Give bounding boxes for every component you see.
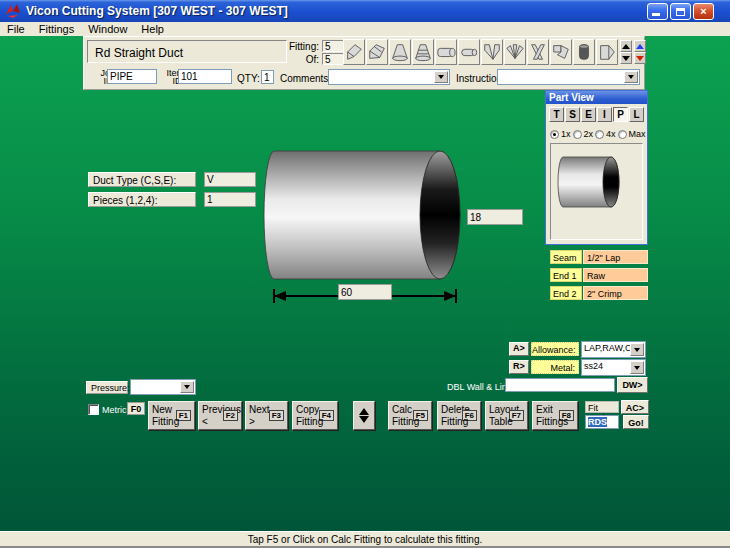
menu-help[interactable]: Help [134,23,171,35]
calc-fitting-button[interactable]: Calc F5 Fitting [388,401,432,430]
oval-duct-icon [459,41,479,63]
metal-dropdown-arrow-icon[interactable] [630,361,644,374]
fitting-spinner-up-button[interactable] [620,40,632,52]
menu-window[interactable]: Window [81,23,134,35]
diameter-field[interactable] [467,209,523,225]
allowance-dropdown-arrow-icon[interactable] [630,343,644,356]
dw-button[interactable]: DW> [617,377,648,393]
fitting-toolbar-button-two-way-branch[interactable] [481,39,503,65]
previous-button[interactable]: Previous F2 < [198,401,242,430]
view-button-t[interactable]: T [549,107,564,122]
view-button-l[interactable]: L [629,107,644,122]
scroll-fittings-button[interactable] [353,401,375,430]
fitting-toolbar-button-elbow-gore[interactable] [366,39,388,65]
diamond-up-icon [359,408,369,415]
delete-fitting-button[interactable]: Delete F6 Fitting [437,401,481,430]
previous-line2: < [202,416,208,427]
item-id-field[interactable] [178,69,232,84]
fitting-toolbar-button-square-elbow[interactable] [550,39,572,65]
zoom-4x-radio[interactable] [595,130,604,139]
delete-fitting-line2: Fitting [441,416,468,427]
zoom-1x-radio[interactable] [550,130,559,139]
end1-label: End 1 [550,268,582,282]
round-straight-duct-icon [436,41,456,63]
instructions-combo[interactable] [497,69,640,85]
status-bar: Tap F5 or Click on Calc Fitting to calcu… [0,531,730,546]
copy-fitting-button[interactable]: Copy F4 Fitting [292,401,338,430]
seam-value[interactable]: 1/2" Lap [583,250,648,264]
part-view-buttons: T S E I P L [549,107,644,122]
pressure-combo[interactable] [130,379,196,395]
menu-file[interactable]: File [0,23,32,35]
restore-button[interactable] [670,3,691,20]
view-button-s[interactable]: S [565,107,580,122]
next-button[interactable]: Next F3 > [245,401,288,430]
allowance-combo[interactable]: LAP,RAW,CRI [581,341,646,358]
pieces-label: Pieces (1,2,4): [88,192,196,207]
fitting-up-button[interactable] [634,40,646,52]
fitting-toolbar-button-oval-duct[interactable] [458,39,480,65]
zoom-4x-label: 4x [606,129,616,139]
fitting-spinner-down-button[interactable] [620,52,632,64]
copy-fitting-line2: Fitting [296,416,323,427]
menu-fittings[interactable]: Fittings [32,23,81,35]
three-way-branch-icon [505,41,525,63]
duct-type-field[interactable] [204,172,256,187]
calc-fitting-line2: Fitting [392,416,419,427]
allowance-label: Allowance: [531,342,579,356]
part-view-title[interactable]: Part View [546,91,647,104]
exit-fittings-button[interactable]: Exit F8 Fittings [532,401,578,430]
fitting-toolbar-button-cross-branch[interactable] [527,39,549,65]
qty-field[interactable] [261,70,274,84]
metric-label: Metric [102,405,127,415]
view-button-e[interactable]: E [581,107,596,122]
comments-combo[interactable] [328,69,450,85]
red-arrow-down-icon [636,56,644,61]
fitting-spinner [620,40,632,64]
elbow-2pc-icon [344,41,364,63]
view-button-p[interactable]: P [613,107,628,122]
fitting-toolbar-button-three-way-branch[interactable] [504,39,526,65]
f0-key-label: F0 [127,402,145,415]
new-fitting-button[interactable]: New F1 Fitting [148,401,195,430]
layout-table-button[interactable]: Layout F7 Table [485,401,528,430]
zoom-max-radio[interactable] [618,130,627,139]
cone-ribbed-icon [413,41,433,63]
end1-value[interactable]: Raw [583,268,648,282]
fitting-toolbar-button-barrel-duct[interactable] [573,39,595,65]
fitting-toolbar-button-offset-fitting[interactable] [596,39,618,65]
metal-r-button[interactable]: R> [509,360,529,374]
pieces-field[interactable] [204,192,256,207]
minimize-icon [652,13,660,16]
title-bar[interactable]: Vicon Cutting System [307 WEST - 307 WES… [0,0,730,22]
main-area: Rd Straight Duct Fitting: 5 Of: 5 [0,36,730,531]
metal-label: Metal: [531,360,579,374]
metric-checkbox[interactable] [88,404,99,415]
diamond-down-icon [359,416,369,423]
comments-dropdown-arrow-icon[interactable] [434,71,448,83]
fitting-toolbar-button-cone-taper[interactable] [389,39,411,65]
length-field[interactable] [338,284,392,300]
close-button[interactable]: × [693,3,714,20]
fitting-toolbar-button-cone-ribbed[interactable] [412,39,434,65]
allowance-a-button[interactable]: A> [509,342,529,356]
ac-button[interactable]: AC> [621,400,649,414]
metal-combo[interactable]: ss24 [581,359,646,376]
f3-key-badge: F3 [269,410,284,421]
fitting-down-button[interactable] [634,52,646,64]
fit-code-field[interactable]: RDS [585,415,619,429]
calc-fitting-line1: Calc [392,404,412,415]
dbl-wall-field[interactable] [505,378,615,392]
end2-value[interactable]: 2" Crimp [583,286,648,300]
job-id-field[interactable] [107,69,157,84]
two-way-branch-icon [482,41,502,63]
part-preview-cylinder [551,144,642,239]
minimize-button[interactable] [647,3,668,20]
instructions-dropdown-arrow-icon[interactable] [624,71,638,83]
fitting-toolbar-button-round-straight-duct[interactable] [435,39,457,65]
go-button[interactable]: Go! [623,415,649,429]
view-button-i[interactable]: I [597,107,612,122]
pressure-dropdown-arrow-icon[interactable] [180,381,194,393]
fitting-toolbar-button-elbow-2pc[interactable] [343,39,365,65]
zoom-2x-radio[interactable] [573,130,582,139]
